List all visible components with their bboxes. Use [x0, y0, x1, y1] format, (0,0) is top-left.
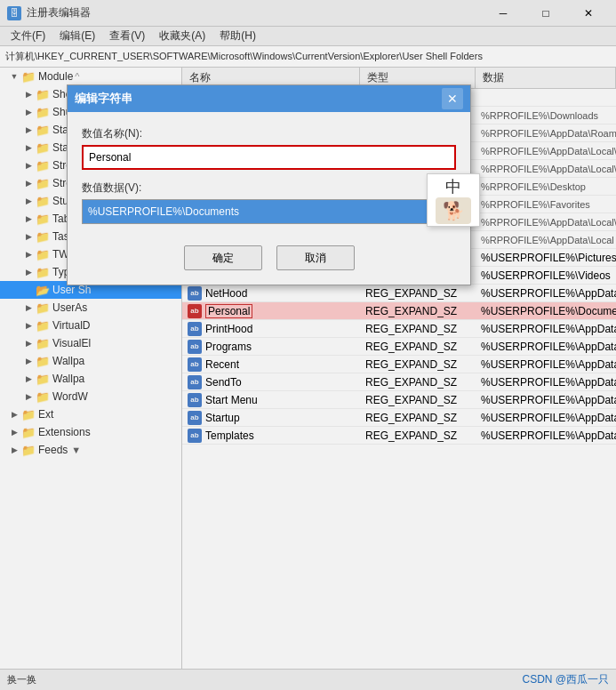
data-input[interactable] — [82, 199, 456, 224]
dog-emoji: 🐕 — [443, 200, 465, 221]
edit-string-dialog: 编辑字符串 ✕ 数值名称(N): 数值数据(V): 确定 取消 — [67, 84, 471, 285]
name-label-text: 数值名称(N): — [82, 126, 142, 141]
ime-char: 中 — [445, 176, 461, 197]
cancel-button[interactable]: 取消 — [276, 245, 355, 270]
dialog-title: 编辑字符串 — [75, 91, 442, 107]
ime-indicator: 中 🐕 — [427, 173, 480, 227]
ime-content: 中 🐕 — [436, 176, 471, 224]
data-label: 数值数据(V): — [82, 181, 456, 196]
name-label: 数值名称(N): — [82, 126, 456, 141]
dialog-title-bar: 编辑字符串 ✕ — [68, 85, 470, 112]
ime-dog-image: 🐕 — [436, 197, 471, 224]
dialog-body: 数值名称(N): 数值数据(V): 确定 取消 — [68, 112, 470, 285]
dialog-close-button[interactable]: ✕ — [442, 88, 463, 109]
name-input[interactable] — [82, 145, 456, 170]
data-label-text: 数值数据(V): — [82, 181, 141, 196]
ok-button[interactable]: 确定 — [184, 245, 262, 270]
dialog-buttons: 确定 取消 — [82, 245, 456, 270]
